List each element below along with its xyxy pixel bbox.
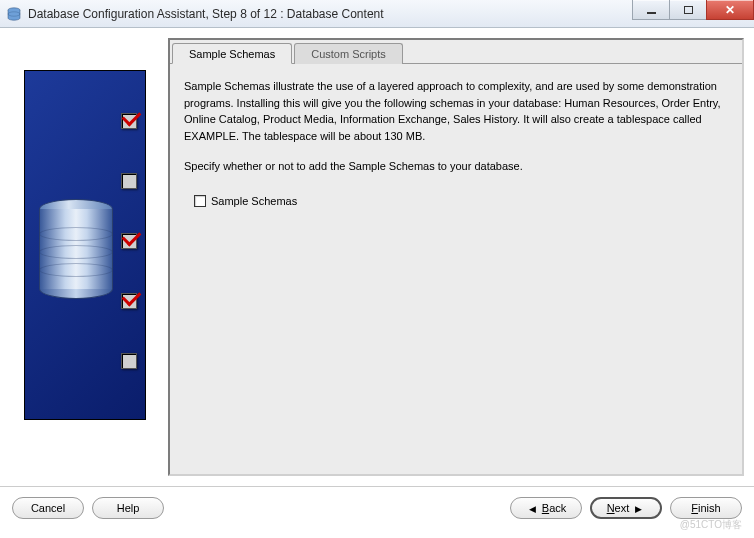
window-title: Database Configuration Assistant, Step 8…: [28, 7, 384, 21]
wizard-side-panel: [10, 38, 160, 476]
minimize-button[interactable]: [632, 0, 670, 20]
wizard-graphic: [24, 70, 146, 420]
tab-sample-schemas[interactable]: Sample Schemas: [172, 43, 292, 64]
maximize-button[interactable]: [669, 0, 707, 20]
title-bar: Database Configuration Assistant, Step 8…: [0, 0, 754, 28]
sample-schemas-label: Sample Schemas: [211, 193, 297, 210]
tab-custom-scripts[interactable]: Custom Scripts: [294, 43, 403, 64]
tab-row: Sample Schemas Custom Scripts: [170, 40, 742, 63]
footer: Cancel Help ◀ Back Next ▶ Finish: [0, 486, 754, 528]
content-area: Sample Schemas Custom Scripts Sample Sch…: [0, 28, 754, 486]
sample-schemas-checkbox[interactable]: [194, 195, 206, 207]
step-indicator-2: [121, 173, 137, 189]
app-icon: [6, 6, 22, 22]
step-indicator-1: [121, 113, 137, 129]
cancel-button[interactable]: Cancel: [12, 497, 84, 519]
window-controls: ✕: [632, 0, 754, 20]
main-panel: Sample Schemas Custom Scripts Sample Sch…: [168, 38, 744, 476]
help-button[interactable]: Help: [92, 497, 164, 519]
description-text: Sample Schemas illustrate the use of a l…: [184, 78, 728, 144]
close-button[interactable]: ✕: [706, 0, 754, 20]
prompt-text: Specify whether or not to add the Sample…: [184, 158, 728, 175]
back-button[interactable]: ◀ Back: [510, 497, 582, 519]
next-button[interactable]: Next ▶: [590, 497, 662, 519]
step-indicator-3: [121, 233, 137, 249]
step-indicator-4: [121, 293, 137, 309]
step-indicator-5: [121, 353, 137, 369]
sample-schemas-checkbox-row: Sample Schemas: [194, 193, 728, 210]
tab-content: Sample Schemas illustrate the use of a l…: [170, 63, 742, 223]
finish-button[interactable]: Finish: [670, 497, 742, 519]
